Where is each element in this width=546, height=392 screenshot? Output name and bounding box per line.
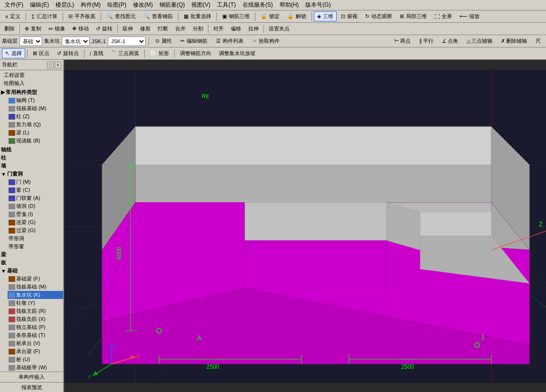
btn-split[interactable]: 分割 — [189, 24, 207, 34]
menu-edit[interactable]: 编辑(E) — [27, 0, 52, 10]
btn-stretch[interactable]: 拉伸 — [245, 24, 262, 34]
tree-coupling-beam[interactable]: 连梁 (G) — [8, 218, 63, 226]
tree-strip-foundation[interactable]: 条形基础 (T) — [8, 331, 63, 339]
tree-beam[interactable]: 梁 (L) — [8, 129, 63, 137]
tree-strip-window[interactable]: 带形窗 — [8, 243, 63, 251]
btn-select[interactable]: ↖选择 — [2, 48, 25, 58]
btn-three-point[interactable]: △三点辅轴 — [463, 36, 496, 46]
menu-file[interactable]: 文件(F) — [2, 0, 26, 10]
tree-section-column[interactable]: 柱 — [0, 154, 63, 162]
tree-common-types[interactable]: ▶常用构件类型 — [0, 88, 63, 96]
btn-rotate-point[interactable]: ↺旋转点 — [54, 48, 82, 58]
btn-delete[interactable]: 删除 — [1, 24, 18, 34]
tree-raft[interactable]: 筏板基础 (M) — [8, 104, 63, 112]
tree-door-window[interactable]: 门联窗 (A) — [8, 194, 63, 202]
btn-align[interactable]: 对齐 — [210, 24, 227, 34]
btn-two-point[interactable]: ⊢两点 — [391, 36, 414, 46]
btn-3d[interactable]: ◈三维 — [314, 11, 337, 21]
btn-rotate[interactable]: ↺旋转 — [93, 24, 116, 34]
tree-raft-neg-rebar[interactable]: 筏板负筋 (X) — [8, 315, 63, 323]
btn-extend[interactable]: 延伸 — [119, 24, 136, 34]
btn-move[interactable]: ✥移动 — [69, 24, 92, 34]
btn-flat-bottom[interactable]: ⊟平齐板底 — [65, 11, 99, 21]
btn-local-3d[interactable]: ⊞局部三维 — [396, 11, 430, 21]
tree-section-slab[interactable]: 板 — [0, 259, 63, 267]
btn-adjust-rebar-dir[interactable]: 调整钢筋方向 — [177, 48, 215, 58]
tree-wall-opening[interactable]: 墙洞 (D) — [8, 202, 63, 210]
tree-axis[interactable]: 轴网 (T) — [8, 96, 63, 104]
tree-shear-wall[interactable]: 剪力墙 (Q) — [8, 121, 63, 129]
btn-top-view[interactable]: ⊡俯视 — [338, 11, 361, 21]
btn-rect[interactable]: ⬜矩形 — [147, 48, 172, 58]
tree-pile-cap[interactable]: 桩承台 (V) — [8, 339, 63, 347]
nav-btn-pin[interactable]: □ — [47, 62, 54, 68]
menu-component[interactable]: 构件(M) — [78, 0, 104, 10]
btn-break[interactable]: 打断 — [154, 24, 171, 34]
menu-rebar[interactable]: 钢筋量(Q) — [157, 0, 188, 10]
viewport[interactable]: A 1 8000 2500 2500 2 Z — [64, 60, 546, 392]
tree-door[interactable]: 门 (M) — [8, 178, 63, 186]
btn-parallel[interactable]: ∥平行 — [416, 36, 437, 46]
menu-modify[interactable]: 修改(M) — [130, 0, 156, 10]
btn-single-input[interactable]: 单构件输入 — [0, 372, 63, 383]
tree-section-wall[interactable]: 墙 — [0, 162, 63, 170]
tree-strip-opening[interactable]: 带形洞 — [8, 234, 63, 243]
btn-fullscreen[interactable]: ⛶全屏 — [431, 11, 455, 21]
menu-tools[interactable]: 工具(T) — [214, 0, 238, 10]
tree-window[interactable]: 窗 (C) — [8, 186, 63, 194]
btn-define[interactable]: ≡定义 — [2, 11, 24, 21]
menu-view[interactable]: 视图(V) — [188, 0, 213, 10]
btn-batch-select[interactable]: ▦批量选择 — [180, 11, 215, 21]
btn-find[interactable]: 🔍查找图元 — [103, 11, 139, 21]
btn-delete-aux[interactable]: ✗删除辅轴 — [498, 36, 530, 46]
btn-area-point[interactable]: ⊠区点 — [29, 48, 53, 58]
btn-report-preview[interactable]: 报表预览 — [0, 383, 63, 392]
tree-slab[interactable]: 现浇板 (B) — [8, 137, 63, 145]
btn-trim[interactable]: 修剪 — [137, 24, 154, 34]
tree-column-cap[interactable]: 柱墩 (Y) — [8, 299, 63, 307]
btn-merge[interactable]: 合并 — [172, 24, 189, 34]
layer-select[interactable]: 基础 — [19, 37, 42, 46]
btn-unlock[interactable]: 🔓解锁 — [284, 11, 310, 21]
tree-section-beam[interactable]: 梁 — [0, 251, 63, 259]
tree-section-foundation[interactable]: ▼基础 — [0, 267, 63, 275]
tree-recess[interactable]: 壁龛 (I) — [8, 210, 63, 218]
tree-isolated-foundation[interactable]: 独立基础 (P) — [8, 323, 63, 331]
btn-grip[interactable]: 设置夹点 — [265, 24, 293, 34]
btn-offset[interactable]: 偏移 — [227, 24, 245, 34]
tree-section-opening[interactable]: ▼门窗洞 — [0, 170, 63, 178]
btn-edit-rebar[interactable]: ✏编辑钢筋 — [177, 36, 211, 46]
tree-foundation-beam[interactable]: 基础梁 (F) — [8, 275, 63, 283]
btn-ruler[interactable]: 尺 — [532, 36, 544, 46]
tree-raft-main-rebar[interactable]: 筏板主筋 (R) — [8, 307, 63, 315]
tree-section-axis[interactable]: 轴线 — [0, 146, 63, 154]
btn-line[interactable]: /直线 — [86, 48, 107, 58]
menu-online[interactable]: 在线服务(S) — [240, 0, 276, 10]
btn-mirror[interactable]: ⇔镜像 — [45, 24, 68, 34]
nav-item-draw[interactable]: 绘图输入 — [2, 79, 61, 87]
btn-calc[interactable]: Σ汇总计算 — [28, 11, 61, 21]
nav-btn-close[interactable]: × — [55, 62, 61, 68]
tree-pile[interactable]: 桩 (U) — [8, 355, 63, 364]
menu-help[interactable]: 帮助(H) — [277, 0, 302, 10]
btn-view-rebar[interactable]: 🔍查看钢筋 — [140, 11, 176, 21]
btn-property[interactable]: ⊙属性 — [152, 36, 175, 46]
menu-floor[interactable]: 楼层(L) — [53, 0, 77, 10]
tree-raft-foundation[interactable]: 筏板基础 (M) — [8, 283, 63, 291]
code-select[interactable]: JSK-1 — [108, 37, 146, 46]
type-select[interactable]: 集水坑 — [62, 37, 90, 46]
btn-pick-component[interactable]: ☞拾取构件 — [249, 36, 283, 46]
btn-component-list[interactable]: ☰构件列表 — [213, 36, 247, 46]
btn-zoom[interactable]: ⟵缩放 — [456, 11, 483, 21]
btn-rebar-3d[interactable]: ▣钢筋三维 — [219, 11, 253, 21]
btn-dynamic-view[interactable]: ↻动态观察 — [362, 11, 395, 21]
tree-column[interactable]: 柱 (Z) — [8, 112, 63, 121]
tree-sump-pit[interactable]: 集水坑 (K) — [8, 291, 63, 299]
tree-foundation-strip[interactable]: 基础板带 (W) — [8, 364, 63, 372]
btn-angle[interactable]: ∠点角 — [439, 36, 461, 46]
btn-adjust-pit-slope[interactable]: 调整集水坑放坡 — [216, 48, 259, 58]
btn-arc[interactable]: ⌒三点画弧 — [108, 48, 142, 58]
menu-draw[interactable]: 绘图(P) — [104, 0, 129, 10]
btn-copy[interactable]: ⊕复制 — [21, 24, 45, 34]
menu-version[interactable]: 版本号(G) — [302, 0, 333, 10]
